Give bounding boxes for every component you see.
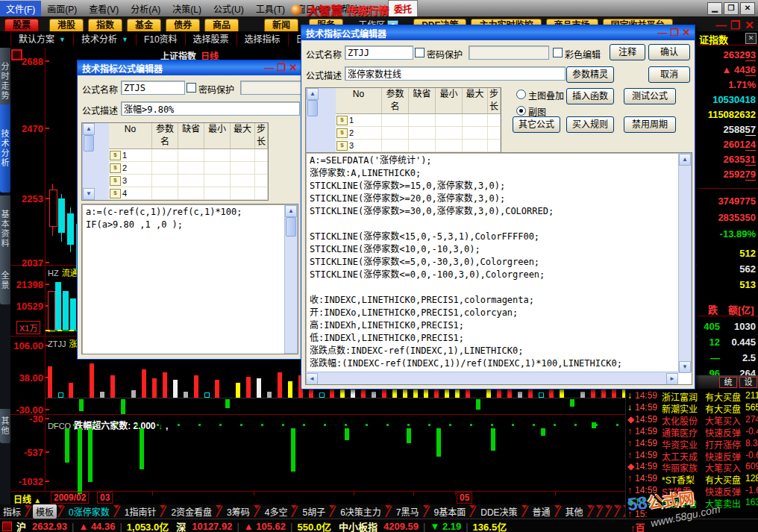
menu-item-7[interactable]: 工具(T) <box>250 1 291 16</box>
color-edit-checkbox[interactable] <box>553 48 563 57</box>
ticker-tab-1[interactable]: 统 <box>719 377 737 388</box>
toolbar-item-4[interactable]: 选择股票 <box>186 34 237 46</box>
bottom-tab-模板[interactable]: 模板 <box>33 504 57 519</box>
param-row[interactable]: $1 <box>336 114 382 127</box>
buy-rule-button[interactable]: 买入规则 <box>566 116 614 133</box>
close-icon[interactable]: ✕ <box>743 20 756 31</box>
bottom-tab-DDE决策[interactable]: DDE决策 <box>477 504 520 519</box>
code-scrollbar[interactable]: ▲ <box>284 204 298 354</box>
close-icon[interactable]: ✕ <box>680 28 692 38</box>
scroll-down-icon[interactable]: ▼ <box>679 361 691 373</box>
scroll-right-icon[interactable]: ► <box>666 373 678 385</box>
formula-name-input[interactable] <box>345 46 413 60</box>
bottom-tab-2资金看盘[interactable]: 2资金看盘 <box>168 504 215 519</box>
param-cell[interactable] <box>382 127 409 140</box>
confirm-button[interactable]: 确认 <box>648 44 690 60</box>
maximize-icon[interactable]: ❐ <box>275 63 287 73</box>
scroll-up-icon[interactable]: ▲ <box>679 154 691 166</box>
sidebar-item-2[interactable]: 技术分析 <box>0 104 10 193</box>
param-cell[interactable] <box>178 149 204 162</box>
tab-债券[interactable]: 债券 <box>166 19 200 31</box>
scroll-up-icon[interactable]: ▲ <box>83 123 95 135</box>
param-cell[interactable] <box>255 162 268 175</box>
param-cell[interactable] <box>178 162 204 175</box>
dialog-titlebar[interactable]: 技术指标公式编辑器 — ❐ ✕ <box>301 25 695 40</box>
param-row[interactable]: $1 <box>109 149 152 162</box>
param-cell[interactable] <box>436 140 463 152</box>
disable-period-button[interactable]: 禁用周期 <box>624 116 676 133</box>
param-cell[interactable] <box>463 140 488 152</box>
formula-desc-input[interactable] <box>345 66 566 81</box>
param-cell[interactable] <box>463 127 488 140</box>
formula-desc-input[interactable] <box>121 101 300 116</box>
param-cell[interactable] <box>382 140 409 152</box>
code-vscrollbar[interactable]: ▲ ▼ <box>678 153 692 372</box>
param-cell[interactable] <box>231 175 255 187</box>
minimize-icon[interactable]: — <box>657 28 668 38</box>
param-cell[interactable] <box>231 187 255 200</box>
bottom-tab-9基本面[interactable]: 9基本面 <box>431 504 469 519</box>
param-cell[interactable] <box>178 187 204 200</box>
ticker-tab-2[interactable]: 设 <box>739 377 757 388</box>
param-cell[interactable] <box>231 162 255 175</box>
param-scrollbar[interactable]: ▲▼ <box>82 123 109 200</box>
param-cell[interactable] <box>436 127 463 140</box>
param-cell[interactable] <box>255 175 268 187</box>
param-cell[interactable] <box>488 127 501 140</box>
ticker-row[interactable]: ◆14:59太化股份大笔买入2740 <box>627 414 758 426</box>
scroll-down-icon[interactable]: ▼ <box>83 188 95 200</box>
toolbar-item-2[interactable]: 技术分析▼ <box>74 34 137 46</box>
tab-指数[interactable]: 指数 <box>88 19 122 31</box>
insert-function-button[interactable]: 插入函数 <box>566 88 614 104</box>
param-cell[interactable] <box>409 140 436 152</box>
bottom-tab-指标[interactable]: 指标 <box>0 504 24 519</box>
param-cell[interactable] <box>436 114 463 127</box>
close-icon[interactable]: ✕ <box>740 2 755 15</box>
password-input[interactable] <box>240 81 301 95</box>
menu-item-2[interactable]: 画面(P) <box>41 1 83 16</box>
param-cell[interactable] <box>409 114 436 127</box>
param-cell[interactable] <box>255 187 268 200</box>
tab-商品[interactable]: 商品 <box>204 19 239 31</box>
ticker-row[interactable]: ↑14:59通策医疗快速反弹-0.4% <box>627 426 758 438</box>
menu-item-5[interactable]: 决策(L) <box>166 1 207 16</box>
maximize-icon[interactable]: ❐ <box>668 28 680 38</box>
close-icon[interactable]: ✕ <box>287 63 299 73</box>
minimize-icon[interactable]: — <box>715 20 727 31</box>
dialog-titlebar[interactable]: 技术指标公式编辑器 — ❐ ✕ <box>78 60 301 75</box>
param-cell[interactable] <box>152 162 178 175</box>
tab-港股[interactable]: 港股 <box>49 19 84 31</box>
bottom-tab-4多空[interactable]: 4多空 <box>262 504 291 519</box>
ticker-row[interactable]: ↓14:59浙江富润有大买盘21123 <box>627 390 758 402</box>
param-row[interactable]: $3 <box>109 175 152 187</box>
formula-name-input[interactable] <box>121 81 185 95</box>
panel-close-icon[interactable]: ✕ <box>745 33 757 44</box>
param-cell[interactable] <box>255 149 268 162</box>
param-cell[interactable] <box>204 187 231 200</box>
bottom-tab-普通[interactable]: 普通 <box>530 504 554 519</box>
chevron-down-icon[interactable]: ▼ <box>59 34 66 46</box>
scroll-left-icon[interactable]: ◄ <box>306 373 318 385</box>
param-cell[interactable] <box>463 114 488 127</box>
param-cell[interactable] <box>382 114 409 127</box>
cancel-button[interactable]: 取消 <box>648 66 690 83</box>
date-axis-period[interactable]: 日线 ▲ <box>13 492 41 504</box>
param-cell[interactable] <box>204 149 231 162</box>
menu-item-3[interactable]: 查看(V) <box>83 1 125 16</box>
param-row[interactable]: $4 <box>109 187 152 200</box>
chevron-down-icon[interactable]: ▼ <box>122 34 128 46</box>
toolbar-item-3[interactable]: F10资料 <box>137 34 186 46</box>
toolbar-item-1[interactable]: 默认方案▼ <box>10 34 74 46</box>
other-formula-button[interactable]: 其它公式 <box>513 116 560 133</box>
bottom-tab-5胡子[interactable]: 5胡子 <box>299 504 328 519</box>
param-wizard-button[interactable]: 参数精灵 <box>566 66 614 83</box>
ticker-row[interactable]: ↓14:59新潮实业有大买盘56594 <box>627 402 758 414</box>
ticker-row[interactable]: ↑14:59华资实业打开涨停8.33 <box>627 438 758 450</box>
main-overlay-radio[interactable] <box>516 90 526 99</box>
bottom-tab-3筹码[interactable]: 3筹码 <box>224 504 253 519</box>
formula-code-editor[interactable]: a:=(c-ref(c,1))/ref(c,1)*100; IF(a>9.80 … <box>81 204 298 354</box>
test-formula-button[interactable]: 测试公式 <box>624 88 676 104</box>
param-cell[interactable] <box>152 187 178 200</box>
broker-entrust-button[interactable]: 委托 <box>388 0 418 17</box>
param-cell[interactable] <box>488 140 501 152</box>
